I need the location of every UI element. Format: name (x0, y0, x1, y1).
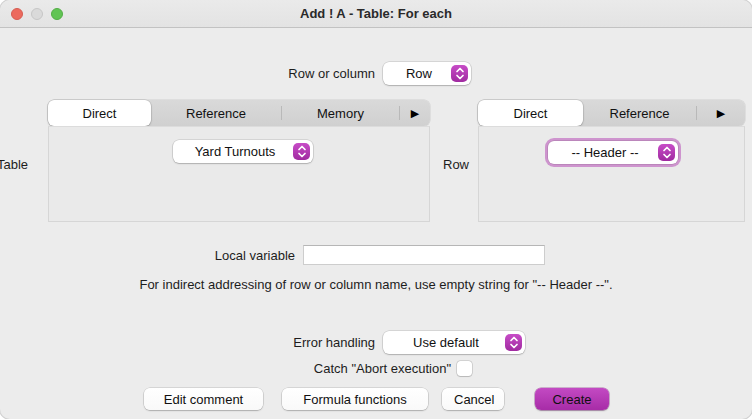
row-or-column-value: Row (383, 66, 447, 81)
row-or-column-dropdown[interactable]: Row (383, 62, 471, 85)
error-handling-label: Error handling (230, 335, 375, 351)
error-handling-value: Use default (383, 335, 501, 350)
tab-table-direct[interactable]: Direct (48, 100, 151, 126)
stepper-icon (658, 144, 675, 161)
stepper-icon (451, 65, 468, 82)
stepper-icon (293, 143, 310, 160)
edit-comment-button[interactable]: Edit comment (144, 388, 263, 410)
hint-text: For indirect addressing of row or column… (0, 277, 752, 292)
tab-row-direct[interactable]: Direct (478, 100, 583, 126)
right-triangle-icon: ▶ (717, 107, 725, 120)
local-variable-input[interactable] (303, 245, 545, 265)
local-variable-label: Local variable (150, 248, 295, 264)
row-value-dropdown[interactable]: -- Header -- (548, 141, 678, 164)
table-panel-label: Table (0, 157, 41, 173)
title-bar: Add ! A - Table: For each (0, 0, 752, 28)
window-title: Add ! A - Table: For each (0, 0, 752, 28)
tab-label: Reference (186, 106, 246, 121)
stepper-icon (505, 334, 522, 351)
row-value: -- Header -- (548, 145, 654, 160)
formula-functions-button[interactable]: Formula functions (282, 388, 428, 410)
tab-row-reference[interactable]: Reference (583, 100, 696, 126)
tab-label: Direct (83, 106, 117, 121)
row-panel-label: Row (443, 157, 473, 173)
catch-abort-checkbox[interactable] (457, 361, 472, 376)
create-button[interactable]: Create (535, 388, 609, 410)
table-panel-body: Yard Turnouts (48, 126, 430, 222)
row-or-column-label: Row or column (180, 66, 375, 82)
row-tabstrip: Direct Reference ▶ (478, 100, 745, 126)
table-value: Yard Turnouts (173, 144, 289, 159)
table-value-dropdown[interactable]: Yard Turnouts (173, 140, 313, 163)
tab-table-reference[interactable]: Reference (151, 100, 281, 126)
cancel-button[interactable]: Cancel (442, 388, 504, 410)
tab-overflow-button[interactable]: ▶ (697, 100, 745, 126)
tab-label: Direct (514, 106, 548, 121)
tab-label: Reference (610, 106, 670, 121)
tab-overflow-button[interactable]: ▶ (400, 100, 430, 126)
right-triangle-icon: ▶ (411, 107, 419, 120)
catch-abort-label: Catch "Abort execution" (220, 361, 451, 377)
dialog-window: Add ! A - Table: For each Row or column … (0, 0, 752, 419)
row-panel-body: -- Header -- (478, 126, 745, 222)
error-handling-dropdown[interactable]: Use default (383, 331, 525, 354)
table-tabstrip: Direct Reference Memory ▶ (48, 100, 430, 126)
tab-label: Memory (317, 106, 364, 121)
tab-table-memory[interactable]: Memory (282, 100, 399, 126)
